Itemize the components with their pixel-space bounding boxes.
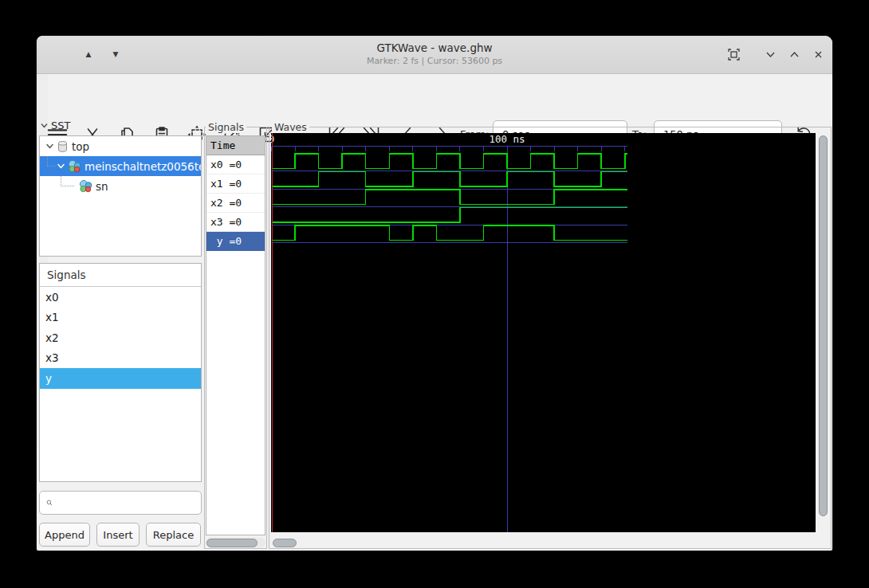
tree-connector xyxy=(47,156,55,167)
facility-list-item[interactable]: x0 xyxy=(40,287,201,308)
sst-tree: top meinschaltnetz0056testb xyxy=(39,135,202,257)
expander-icon[interactable] xyxy=(55,161,66,172)
replace-button[interactable]: Replace xyxy=(146,523,201,547)
signal-search-box[interactable] xyxy=(39,491,202,515)
signal-value-row[interactable]: y =0 xyxy=(206,232,265,251)
tree-item-label: sn xyxy=(96,180,108,193)
close-icon xyxy=(812,49,824,61)
desktop-background: ▲ ▼ GTKWave - wave.ghw Marker: 2 fs | Cu… xyxy=(0,0,869,588)
chevron-down-icon xyxy=(40,121,49,130)
time-ruler: 0100 ns xyxy=(271,133,627,151)
waveform-trace-x3 xyxy=(272,208,627,223)
close-button[interactable] xyxy=(810,46,826,62)
maximize-button[interactable] xyxy=(786,46,802,62)
sst-section-header[interactable]: SST xyxy=(40,119,70,131)
window-title: GTKWave - wave.ghw xyxy=(37,41,832,54)
tree-item-testbench[interactable]: meinschaltnetz0056testb xyxy=(40,156,201,176)
fullscreen-button[interactable] xyxy=(725,46,741,62)
search-icon xyxy=(46,497,53,508)
facility-list-item[interactable]: y xyxy=(40,368,201,389)
minimize-button[interactable] xyxy=(762,46,778,62)
fullscreen-icon xyxy=(727,48,741,61)
chevron-up-icon xyxy=(788,49,800,61)
facility-list: x0x1x2x3y xyxy=(40,287,201,389)
tree-item-label: top xyxy=(72,140,89,153)
insert-button-label: Insert xyxy=(103,529,132,541)
archive-icon xyxy=(57,140,69,153)
ruler-label: 100 ns xyxy=(489,133,525,145)
titlebar[interactable]: ▲ ▼ GTKWave - wave.ghw Marker: 2 fs | Cu… xyxy=(37,36,832,74)
signal-value-row[interactable]: x0 =0 xyxy=(206,155,265,174)
sst-label: SST xyxy=(51,120,70,131)
signal-values-panel: Time x0 =0x1 =0x2 =0x3 =0 y =0 xyxy=(206,135,265,535)
signals-frame-label: Signals xyxy=(206,121,246,133)
insert-button[interactable]: Insert xyxy=(96,523,140,547)
tree-connector xyxy=(61,176,74,186)
tree-item-label: meinschaltnetz0056testb xyxy=(85,160,201,173)
waveform-trace-y xyxy=(272,225,627,241)
tree-item-sn[interactable]: sn xyxy=(40,176,201,196)
gtkwave-window: ▲ ▼ GTKWave - wave.ghw Marker: 2 fs | Cu… xyxy=(37,36,832,551)
tree-item-top[interactable]: top xyxy=(40,136,201,156)
signal-value-row[interactable]: x3 =0 xyxy=(206,213,265,232)
toolbar: From: To: xyxy=(37,74,832,118)
waves-vscrollbar-thumb[interactable] xyxy=(819,135,828,516)
expander-icon[interactable] xyxy=(44,141,55,152)
facility-list-item[interactable]: x3 xyxy=(40,348,201,369)
facility-list-item[interactable]: x2 xyxy=(40,327,201,348)
waveform-trace-x0 xyxy=(272,154,627,169)
waves-hscrollbar-thumb[interactable] xyxy=(273,539,297,547)
waves-frame-label: Waves xyxy=(272,121,309,133)
signals-hscrollbar-thumb[interactable] xyxy=(206,539,258,547)
signal-value-row[interactable]: x2 =0 xyxy=(206,194,265,213)
signal-value-row[interactable]: x1 =0 xyxy=(206,174,265,194)
module-icon xyxy=(68,159,81,173)
chevron-down-icon xyxy=(765,49,777,61)
time-header[interactable]: Time xyxy=(206,136,265,155)
facility-list-item[interactable]: x1 xyxy=(40,308,201,328)
replace-button-label: Replace xyxy=(153,529,194,541)
waveform-trace-x1 xyxy=(272,172,627,187)
facility-list-header: Signals xyxy=(40,264,201,287)
append-button-label: Append xyxy=(45,529,85,541)
waveform-plot: 0100 ns xyxy=(271,133,816,532)
facility-list-panel: Signals x0x1x2x3y xyxy=(39,263,202,482)
signal-value-rows: x0 =0x1 =0x2 =0x3 =0 y =0 xyxy=(206,155,265,251)
window-subtitle: Marker: 2 fs | Cursor: 53600 ps xyxy=(37,56,832,66)
append-button[interactable]: Append xyxy=(39,523,90,547)
search-input[interactable] xyxy=(57,496,201,510)
module-icon xyxy=(79,179,92,193)
waveform-trace-x2 xyxy=(272,190,627,205)
wave-canvas[interactable]: 0100 ns xyxy=(271,133,816,532)
